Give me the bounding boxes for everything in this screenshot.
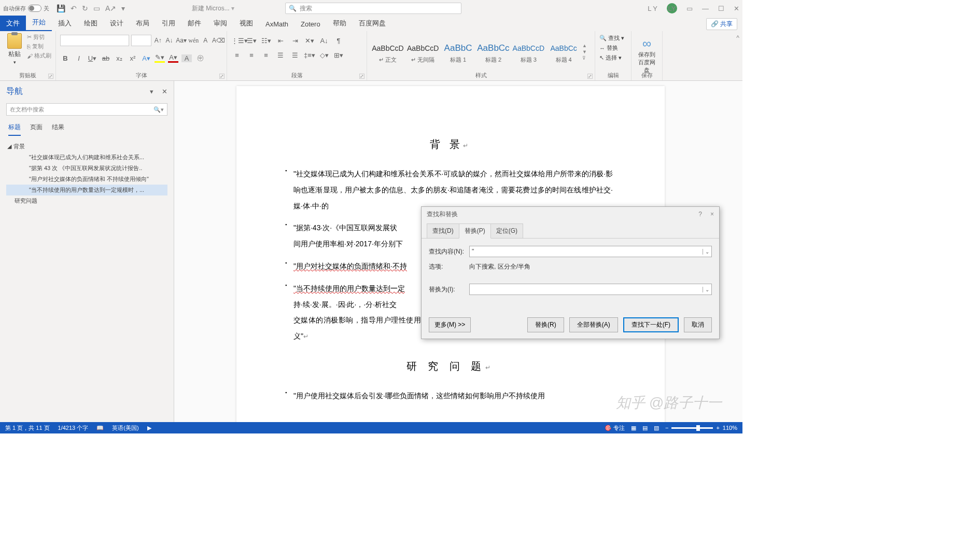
zoom-control[interactable]: − + 110%	[665, 425, 737, 431]
share-button[interactable]: 🔗 共享	[706, 18, 737, 30]
autosave-toggle[interactable]: 自动保存 关	[3, 5, 49, 12]
sort-button[interactable]: A↓	[318, 37, 330, 45]
nav-heading-item[interactable]: 研究问题	[6, 195, 167, 206]
subscript-button[interactable]: x₂	[114, 54, 124, 62]
replace-one-button[interactable]: 替换(R)	[527, 317, 564, 332]
change-case-icon[interactable]: Aa▾	[176, 37, 186, 44]
touch-icon[interactable]: ▭	[93, 4, 100, 12]
nav-tab-headings[interactable]: 标题	[8, 123, 21, 136]
increase-font-icon[interactable]: A↑	[153, 37, 163, 44]
tab-layout[interactable]: 布局	[130, 16, 156, 31]
tab-draw[interactable]: 绘图	[78, 16, 104, 31]
format-painter-button[interactable]: 🖌格式刷	[27, 52, 51, 60]
focus-mode[interactable]: 🎯 专注	[605, 424, 625, 432]
tab-insert[interactable]: 插入	[52, 16, 78, 31]
superscript-button[interactable]: x²	[128, 54, 138, 62]
tab-references[interactable]: 引用	[156, 16, 181, 31]
font-color-button[interactable]: A▾	[168, 53, 178, 63]
page-indicator[interactable]: 第 1 页，共 11 页	[5, 424, 50, 432]
close-icon[interactable]: ✕	[734, 5, 739, 12]
user-name[interactable]: L Y	[648, 5, 657, 12]
tab-home[interactable]: 开始	[26, 15, 52, 31]
search-bar[interactable]: 🔍 搜索	[285, 3, 461, 14]
underline-button[interactable]: U▾	[87, 54, 97, 62]
dropdown-icon[interactable]: ⌄	[703, 287, 709, 292]
cancel-button[interactable]: 取消	[684, 317, 712, 332]
find-button[interactable]: 🔍查找 ▾	[599, 34, 627, 42]
italic-button[interactable]: I	[74, 54, 84, 62]
tab-mailings[interactable]: 邮件	[181, 16, 207, 31]
toggle-switch-icon[interactable]	[28, 5, 41, 12]
nav-heading-item[interactable]: ◢背景	[6, 141, 167, 152]
tab-zotero[interactable]: Zotero	[294, 17, 327, 31]
cut-button[interactable]: ✂剪切	[27, 33, 51, 41]
proofing-icon[interactable]: 📖	[96, 425, 104, 431]
align-center-button[interactable]: ≡	[246, 51, 257, 59]
align-left-button[interactable]: ≡	[231, 51, 243, 59]
clipboard-dialog-icon[interactable]: ⤢	[48, 74, 53, 79]
format-icon[interactable]: A↗	[105, 4, 116, 12]
nav-subitem[interactable]: "社交媒体现已成为人们构建和维系社会关系...	[6, 152, 167, 163]
phonetic-icon[interactable]: wén	[188, 37, 199, 45]
nav-dropdown-icon[interactable]: ▾	[150, 88, 153, 95]
save-icon[interactable]: 💾	[57, 4, 65, 12]
tab-axmath[interactable]: AxMath	[259, 17, 294, 31]
char-border-icon[interactable]: A	[201, 37, 210, 44]
tab-review[interactable]: 审阅	[207, 16, 233, 31]
copy-button[interactable]: ⎘复制	[27, 43, 51, 50]
enclose-char-button[interactable]: ㊥	[195, 53, 205, 63]
style-heading2[interactable]: AaBbCc标题 2	[476, 37, 510, 67]
dialog-tab-find[interactable]: 查找(D)	[427, 223, 459, 239]
styles-gallery-expand[interactable]: ▲▼⊽	[582, 43, 591, 61]
collapse-icon[interactable]: ◢	[7, 143, 11, 150]
dialog-tab-replace[interactable]: 替换(P)	[459, 223, 491, 239]
tab-design[interactable]: 设计	[104, 16, 130, 31]
shading-button[interactable]: ◇▾	[318, 51, 330, 59]
highlight-button[interactable]: ✎▾	[155, 53, 165, 63]
minimize-icon[interactable]: —	[702, 5, 709, 12]
view-web-icon[interactable]: ▧	[654, 425, 659, 431]
paragraph-dialog-icon[interactable]: ⤢	[359, 74, 364, 79]
nav-subitem-selected[interactable]: "当不持续使用的用户数量达到一定规模时，...	[6, 185, 167, 195]
zoom-in-icon[interactable]: +	[716, 425, 719, 431]
tab-view[interactable]: 视图	[233, 16, 259, 31]
styles-dialog-icon[interactable]: ⤢	[587, 74, 593, 79]
nav-subitem[interactable]: "用户对社交媒体的负面情绪和 不持续使用倾向"	[6, 174, 167, 185]
nav-tab-pages[interactable]: 页面	[30, 123, 43, 136]
undo-icon[interactable]: ↶	[71, 4, 77, 12]
nav-tab-results[interactable]: 结果	[52, 123, 64, 136]
macro-icon[interactable]: ▶	[147, 425, 151, 431]
numbering-button[interactable]: ☰▾	[246, 37, 257, 45]
multilevel-button[interactable]: ☷▾	[260, 37, 272, 45]
collapse-ribbon-icon[interactable]: ^	[733, 31, 742, 80]
paste-button[interactable]: 粘贴▾	[4, 33, 25, 71]
dropdown-icon[interactable]: ⌄	[703, 249, 709, 255]
replace-input[interactable]: ⌄	[469, 284, 712, 295]
ribbon-options-icon[interactable]: ▭	[686, 5, 693, 12]
replace-all-button[interactable]: 全部替换(A)	[569, 317, 618, 332]
justify-button[interactable]: ☰	[275, 51, 286, 59]
qat-dropdown-icon[interactable]: ▾	[121, 4, 125, 12]
tab-baidu[interactable]: 百度网盘	[353, 16, 392, 31]
redo-icon[interactable]: ↻	[82, 4, 88, 12]
tab-help[interactable]: 帮助	[327, 16, 353, 31]
decrease-font-icon[interactable]: A↓	[165, 37, 174, 44]
find-next-button[interactable]: 查找下一处(F)	[623, 317, 679, 332]
nav-search-input[interactable]: 在文档中搜索 🔍▾	[6, 103, 167, 116]
style-normal[interactable]: AaBbCcD↵ 正文	[371, 37, 404, 67]
style-heading1[interactable]: AaBbC标题 1	[442, 37, 475, 67]
bold-button[interactable]: B	[60, 54, 71, 62]
show-marks-button[interactable]: ¶	[333, 37, 344, 45]
align-right-button[interactable]: ≡	[260, 51, 272, 59]
replace-button[interactable]: ↔替换	[599, 44, 627, 52]
strikethrough-button[interactable]: ab	[101, 54, 111, 62]
dialog-close-icon[interactable]: ×	[710, 211, 714, 218]
clear-format-icon[interactable]: A⌫	[212, 37, 222, 44]
style-heading4[interactable]: AaBbCc标题 4	[547, 37, 580, 67]
dialog-tab-goto[interactable]: 定位(G)	[490, 223, 523, 239]
borders-button[interactable]: ⊞▾	[333, 51, 344, 59]
dialog-help-icon[interactable]: ?	[698, 211, 702, 218]
view-print-icon[interactable]: ▦	[631, 425, 636, 431]
text-effects-button[interactable]: A▾	[141, 54, 151, 62]
bullets-button[interactable]: ⋮☰▾	[231, 37, 243, 45]
